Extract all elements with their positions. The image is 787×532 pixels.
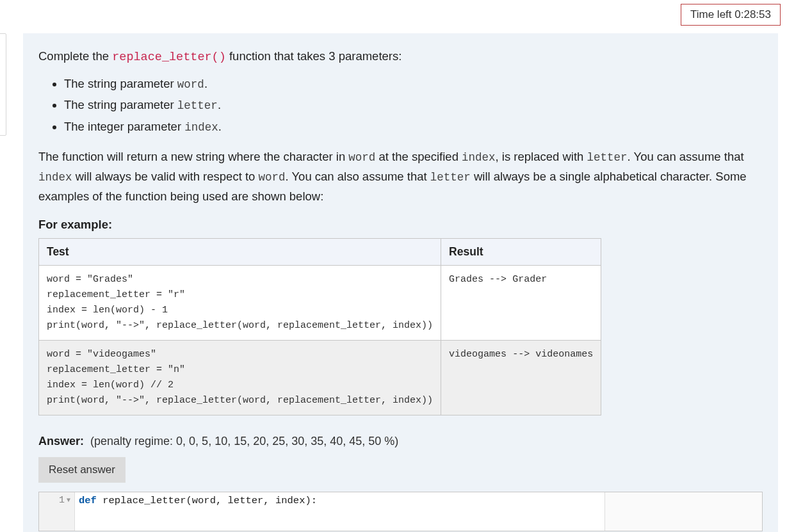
question-nav-stub bbox=[0, 33, 6, 136]
code-editor[interactable]: 1▼ def replace_letter(word, letter, inde… bbox=[38, 492, 763, 531]
table-row: word = "videogames" replacement_letter =… bbox=[39, 341, 601, 415]
column-header-result: Result bbox=[441, 239, 601, 266]
example-label: For example: bbox=[38, 218, 763, 232]
penalty-regime: (penalty regime: 0, 0, 5, 10, 15, 20, 25… bbox=[90, 435, 398, 447]
keyword: def bbox=[79, 495, 97, 506]
time-left-box: Time left 0:28:53 bbox=[681, 4, 781, 26]
list-item: The string parameter word. bbox=[64, 76, 763, 93]
list-item: The integer parameter index. bbox=[64, 118, 763, 136]
answer-label: Answer: bbox=[38, 435, 84, 447]
parameter-list: The string parameter word. The string pa… bbox=[53, 76, 763, 136]
code-area[interactable]: def replace_letter(word, letter, index): bbox=[75, 492, 762, 531]
result-cell: videogames --> videonames bbox=[441, 341, 601, 415]
result-cell: Grades --> Grader bbox=[441, 266, 601, 341]
prompt-intro: Complete the replace_letter() function t… bbox=[38, 47, 763, 67]
example-table: Test Result word = "Grades" replacement_… bbox=[38, 238, 601, 415]
prompt-tail: function that takes 3 parameters: bbox=[226, 49, 402, 63]
editor-right-panel bbox=[604, 492, 762, 531]
answer-header: Answer: (penalty regime: 0, 0, 5, 10, 15… bbox=[38, 435, 763, 448]
table-row: word = "Grades" replacement_letter = "r"… bbox=[39, 266, 601, 341]
test-cell: word = "Grades" replacement_letter = "r"… bbox=[39, 266, 441, 341]
reset-answer-button[interactable]: Reset answer bbox=[38, 457, 126, 483]
question-panel: Complete the replace_letter() function t… bbox=[23, 33, 778, 532]
test-cell: word = "videogames" replacement_letter =… bbox=[39, 341, 441, 415]
prompt-description: The function will return a new string wh… bbox=[38, 147, 763, 206]
line-number: 1 bbox=[59, 495, 65, 506]
function-name: replace_letter() bbox=[112, 51, 226, 64]
code-text: replace_letter(word, letter, index): bbox=[97, 495, 317, 506]
time-left-label: Time left 0:28:53 bbox=[690, 8, 771, 20]
fold-icon[interactable]: ▼ bbox=[67, 497, 70, 504]
editor-gutter: 1▼ bbox=[39, 492, 75, 531]
prompt-lead: Complete the bbox=[38, 49, 112, 63]
list-item: The string parameter letter. bbox=[64, 97, 763, 114]
column-header-test: Test bbox=[39, 239, 441, 266]
